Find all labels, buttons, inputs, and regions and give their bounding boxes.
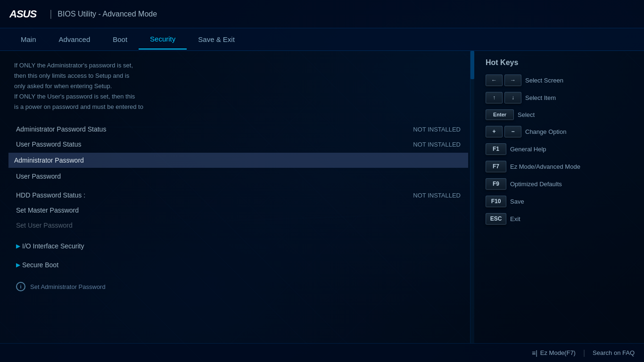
nav-item-main[interactable]: Main	[9, 30, 48, 49]
user-password-status-value: NOT INSTALLED	[413, 141, 461, 148]
hotkey-general-help: F1 General Help	[486, 143, 633, 155]
nav-item-save-exit[interactable]: Save & Exit	[187, 30, 246, 49]
nav-bar: Main Advanced Boot Security Save & Exit	[0, 28, 644, 51]
hotkey-change-option-label: Change Option	[525, 128, 566, 135]
scrollbar-thumb[interactable]	[471, 51, 474, 79]
io-interface-security-row[interactable]: ▶ I/O Interface Security	[14, 239, 462, 254]
hdd-password-status-label: HDD Password Status :	[16, 191, 413, 199]
secure-boot-expand-icon: ▶	[16, 262, 20, 268]
hotkey-esc-keys: ESC	[486, 213, 506, 225]
secure-boot-label: Secure Boot	[22, 261, 461, 269]
footer: ≡| Ez Mode(F7) | Search on FAQ	[0, 343, 644, 362]
hotkey-select-item: ↑ ↓ Select Item	[486, 92, 633, 104]
set-user-password-label: Set User Password	[16, 222, 461, 229]
hotkey-f1-keys: F1	[486, 143, 506, 155]
hotkey-down-arrow[interactable]: ↓	[504, 92, 521, 104]
info-icon: i	[16, 282, 25, 291]
set-user-password-row: Set User Password	[14, 218, 462, 233]
hotkey-esc[interactable]: ESC	[486, 213, 506, 225]
hotkey-select-keys: Enter	[486, 109, 514, 120]
desc-line-4: If ONLY the User's password is set, then…	[14, 91, 462, 102]
hotkey-ez-mode-label: Ez Mode/Advanced Mode	[510, 163, 580, 170]
hotkey-f9[interactable]: F9	[486, 178, 506, 190]
set-master-password-row[interactable]: Set Master Password	[14, 203, 462, 218]
io-expand-icon: ▶	[16, 243, 20, 249]
hotkey-f1[interactable]: F1	[486, 143, 506, 155]
admin-password-status-row: Administrator Password Status NOT INSTAL…	[14, 122, 462, 137]
hotkey-up-arrow[interactable]: ↑	[486, 92, 503, 104]
info-text: Set Administrator Password	[30, 283, 106, 290]
nav-item-security[interactable]: Security	[139, 29, 187, 49]
hotkey-select-screen-label: Select Screen	[525, 77, 563, 84]
set-master-password-label: Set Master Password	[16, 206, 461, 214]
hotkey-select: Enter Select	[486, 109, 633, 120]
hotkey-ez-mode: F7 Ez Mode/Advanced Mode	[486, 161, 633, 173]
hotkeys-title: Hot Keys	[486, 58, 633, 67]
hotkey-minus[interactable]: −	[504, 126, 521, 138]
user-password-status-row: User Password Status NOT INSTALLED	[14, 137, 462, 152]
hotkey-optimized-defaults-label: Optimized Defaults	[510, 181, 562, 188]
hotkey-left-arrow[interactable]: ←	[486, 74, 503, 86]
user-password-label: User Password	[16, 173, 461, 180]
hotkey-select-item-label: Select Item	[525, 94, 556, 101]
io-interface-security-label: I/O Interface Security	[22, 242, 461, 250]
user-password-row[interactable]: User Password	[14, 169, 462, 184]
faq-button[interactable]: Search on FAQ	[593, 349, 635, 356]
secure-boot-row[interactable]: ▶ Secure Boot	[14, 257, 462, 272]
hotkey-plus[interactable]: +	[486, 126, 503, 138]
hotkey-select-label: Select	[518, 111, 535, 118]
admin-password-status-label: Administrator Password Status	[16, 125, 413, 133]
ez-mode-label[interactable]: Ez Mode(F7)	[540, 349, 576, 356]
admin-password-status-value: NOT INSTALLED	[413, 126, 461, 133]
header-title: BIOS Utility - Advanced Mode	[58, 10, 157, 18]
nav-item-boot[interactable]: Boot	[101, 30, 139, 49]
admin-password-label: Administrator Password	[14, 156, 462, 164]
desc-line-2: then this only limits access to Setup an…	[14, 71, 462, 81]
hotkey-exit: ESC Exit	[486, 213, 633, 225]
hotkey-right-arrow[interactable]: →	[504, 74, 521, 86]
hotkey-save: F10 Save	[486, 196, 633, 207]
hotkey-change-option-keys: + −	[486, 126, 521, 138]
hdd-password-status-row: HDD Password Status : NOT INSTALLED	[14, 188, 462, 203]
ez-mode-button[interactable]: ≡| Ez Mode(F7)	[532, 349, 576, 357]
description-block: If ONLY the Administrator's password is …	[14, 60, 462, 112]
hotkey-f7[interactable]: F7	[486, 161, 506, 173]
asus-logo: ASUS	[9, 8, 36, 20]
hotkey-f10[interactable]: F10	[486, 196, 506, 207]
hotkey-exit-label: Exit	[510, 215, 520, 222]
faq-label[interactable]: Search on FAQ	[593, 349, 635, 356]
hdd-password-status-value: NOT INSTALLED	[413, 192, 461, 199]
desc-line-1: If ONLY the Administrator's password is …	[14, 60, 462, 71]
nav-item-advanced[interactable]: Advanced	[48, 30, 102, 49]
hotkey-enter[interactable]: Enter	[486, 109, 514, 120]
footer-separator: |	[583, 349, 585, 357]
hotkey-optimized-defaults: F9 Optimized Defaults	[486, 178, 633, 190]
header-divider: |	[50, 8, 52, 19]
vertical-scrollbar[interactable]	[471, 51, 474, 343]
hotkey-select-screen-keys: ← →	[486, 74, 521, 86]
hotkey-select-screen: ← → Select Screen	[486, 74, 633, 86]
hotkey-f9-keys: F9	[486, 178, 506, 190]
main-panel: If ONLY the Administrator's password is …	[0, 51, 471, 343]
header: ASUS | BIOS Utility - Advanced Mode	[0, 0, 644, 28]
hotkey-select-item-keys: ↑ ↓	[486, 92, 521, 104]
admin-password-row[interactable]: Administrator Password	[8, 153, 468, 168]
desc-line-5: is a power on password and must be enter…	[14, 102, 462, 112]
hotkey-general-help-label: General Help	[510, 146, 546, 153]
asus-brand: ASUS	[9, 8, 36, 20]
ez-mode-icon: ≡|	[532, 349, 537, 357]
user-password-status-label: User Password Status	[16, 140, 413, 148]
desc-line-3: only asked for when entering Setup.	[14, 81, 462, 91]
info-row: i Set Administrator Password	[14, 272, 462, 295]
hotkey-f10-keys: F10	[486, 196, 506, 207]
hotkey-save-label: Save	[510, 198, 524, 205]
hotkeys-panel: Hot Keys ← → Select Screen ↑ ↓ Select It…	[474, 51, 644, 343]
hotkey-f7-keys: F7	[486, 161, 506, 173]
hotkey-change-option: + − Change Option	[486, 126, 633, 138]
